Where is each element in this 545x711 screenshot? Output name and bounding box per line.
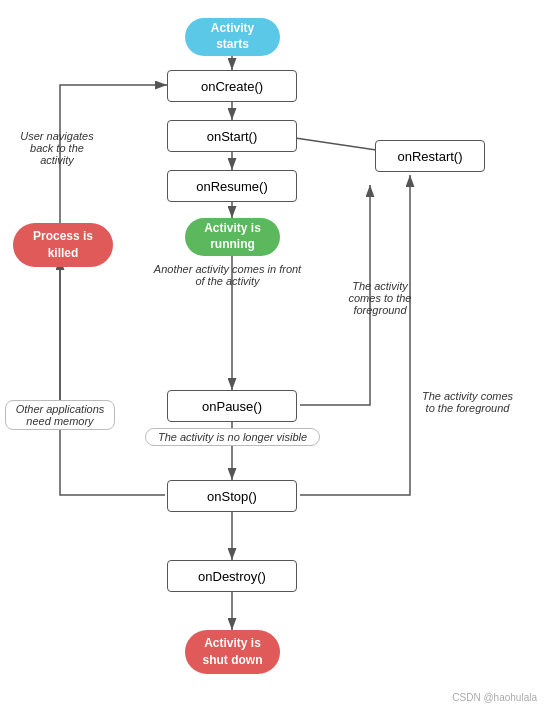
onStop-node: onStop() [167, 480, 297, 512]
another-activity-label: Another activity comes in front of the a… [150, 263, 305, 287]
activity-shutdown-node: Activity is shut down [185, 630, 280, 674]
user-navigates-label: User navigates back to the activity [12, 130, 102, 166]
onStart-node: onStart() [167, 120, 297, 152]
onRestart-node: onRestart() [375, 140, 485, 172]
activity-comes-fg1-label: The activity comes to the foreground [335, 280, 425, 316]
lifecycle-diagram: Activity starts onCreate() onStart() onR… [0, 0, 545, 711]
onResume-node: onResume() [167, 170, 297, 202]
onCreate-node: onCreate() [167, 70, 297, 102]
activity-comes-fg2-label: The activity comes to the foreground [420, 390, 515, 414]
arrows-svg [0, 0, 545, 711]
other-apps-label: Other applications need memory [5, 400, 115, 430]
no-longer-visible-label: The activity is no longer visible [145, 428, 320, 446]
activity-starts-node: Activity starts [185, 18, 280, 56]
watermark: CSDN @haohulala [452, 692, 537, 703]
process-killed-node: Process is killed [13, 223, 113, 267]
activity-running-node: Activity is running [185, 218, 280, 256]
onPause-node: onPause() [167, 390, 297, 422]
onDestroy-node: onDestroy() [167, 560, 297, 592]
